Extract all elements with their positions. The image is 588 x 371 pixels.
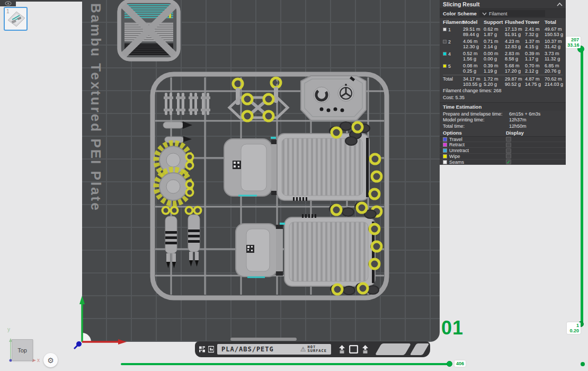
display-title: Display [506, 130, 563, 136]
wipe-color-chip [443, 154, 447, 158]
torpedo-parts [163, 121, 192, 143]
retract-display-checkbox[interactable]: ✓ [506, 143, 511, 147]
plate-number: 01 [441, 317, 464, 339]
x-axis-arrow [118, 339, 127, 344]
move-slider-track[interactable] [121, 363, 449, 365]
filament-color-chip [443, 64, 447, 68]
chevron-down-icon [482, 12, 487, 15]
move-slider-end-handle[interactable] [581, 362, 585, 366]
seams-display-checkbox[interactable]: ✓ [506, 160, 511, 164]
hex-ring-part [229, 94, 288, 121]
filament-total-row: Total 34.17 m103.55 g 1.72 m5.20 g 29.87… [443, 75, 566, 87]
bambu-logo-icon [208, 346, 214, 353]
filament-row-1: 1 29.51 m89.44 g 0.62 m1.87 g 17.13 m51.… [443, 25, 566, 38]
pin-parts [164, 93, 210, 115]
prepare-time-row: Prepare and timelapse time:6m15s + 6m3s [440, 111, 566, 117]
plate-slot-icon [349, 345, 358, 354]
filament-color-chip [443, 52, 447, 56]
option-row-retract: Retract ✓ [440, 142, 566, 148]
sliced-model-render [82, 0, 440, 342]
build-plate-viewport[interactable]: Bambu Textured PEI Plate [82, 0, 440, 342]
option-row-travel: Travel ✓ [440, 137, 566, 143]
eye-icon [5, 1, 12, 6]
plate-material-inset: PLA/ABS/PETG ⚠ HOT SURFACE [217, 344, 331, 355]
plate-name-bar[interactable]: PLA/ABS/PETG ⚠ HOT SURFACE [195, 341, 430, 357]
color-scheme-value: Filament [489, 11, 507, 16]
view-settings-button[interactable]: ⚙ [43, 353, 58, 367]
time-estimation-title: Time Estimation [440, 102, 566, 111]
filament-row-2: 2 4.06 m12.30 g 0.71 m2.14 g 4.23 m12.83… [443, 38, 566, 50]
warning-triangle-icon: ⚠ [300, 346, 306, 352]
filament-load-icon [338, 345, 345, 354]
unretract-display-checkbox[interactable]: ✓ [506, 148, 511, 153]
prime-tower [119, 1, 179, 59]
plate-thumbnail-preview [7, 11, 26, 29]
filament-row-5: 5 0.08 m0.25 g 0.39 m1.19 g 5.68 m17.20 … [443, 62, 566, 74]
gear-icon: ⚙ [47, 356, 54, 365]
option-row-wipe: Wipe ✓ [440, 154, 566, 160]
plate-bar-end-decoration [378, 343, 426, 355]
end-parallelogram-large [375, 343, 412, 355]
y-axis-arrow [79, 296, 85, 304]
plate-list-toggle[interactable] [0, 0, 16, 6]
filament-table-header: FilamentModel SupportFlushed TowerTotal [443, 18, 566, 25]
option-row-unretract: Unretract ✓ [440, 148, 566, 154]
filament-change-times: Filament change times: 268 [440, 87, 566, 94]
layer-slider-top-label: 207 33.16 [566, 37, 581, 48]
hot-surface-line2: SURFACE [307, 349, 327, 353]
travel-color-chip [443, 137, 447, 142]
collapse-panel-icon[interactable] [557, 2, 563, 6]
viewcube-top-button[interactable]: Top [12, 339, 33, 361]
layer-slider-bottom-label: 1 0.20 [567, 322, 581, 334]
wipe-display-checkbox[interactable]: ✓ [506, 154, 511, 158]
retract-color-chip [443, 143, 447, 147]
total-time-row: Total time:12h50m [440, 123, 566, 129]
truck-model-2 [236, 214, 375, 286]
move-slider-value: 406 [455, 360, 466, 367]
hot-surface-warning: ⚠ HOT SURFACE [300, 346, 327, 353]
origin-axes-gizmo [64, 292, 132, 360]
round-parts [156, 143, 201, 214]
move-slider-handle[interactable] [447, 361, 452, 367]
filament-row-4: 4 0.52 m1.56 g 0.00 m0.00 g 2.83 m8.58 g… [443, 50, 566, 62]
control-panel-part [301, 76, 366, 120]
options-title: Options [443, 130, 506, 136]
viewcube-y-label: y [7, 326, 10, 332]
cost-line: Cost: 5.35 [440, 94, 566, 101]
seams-color-chip [443, 160, 447, 164]
plate-front-lip [230, 338, 297, 341]
filament-unload-icon [362, 345, 369, 354]
plate-material-label: PLA/ABS/PETG [221, 346, 274, 353]
travel-display-checkbox[interactable]: ✓ [506, 137, 511, 142]
option-row-seams: Seams ✓ [440, 160, 566, 165]
color-scheme-label: Color Scheme [443, 11, 477, 16]
slicing-result-panel: Slicing Result Color Scheme Filament Fil… [440, 0, 566, 149]
layer-slider-track[interactable] [581, 49, 583, 325]
color-scheme-dropdown[interactable]: Filament [479, 10, 545, 17]
end-parallelogram-small [410, 343, 430, 355]
filament-color-chip [443, 28, 447, 31]
filament-color-chip [443, 40, 447, 43]
unretract-color-chip [443, 148, 447, 153]
qr-code-icon [199, 346, 205, 353]
model-time-row: Model printing time:12h37m [440, 117, 566, 123]
plate-thumbnail-1[interactable]: 1 [4, 7, 28, 31]
panel-title: Slicing Result [443, 1, 479, 7]
